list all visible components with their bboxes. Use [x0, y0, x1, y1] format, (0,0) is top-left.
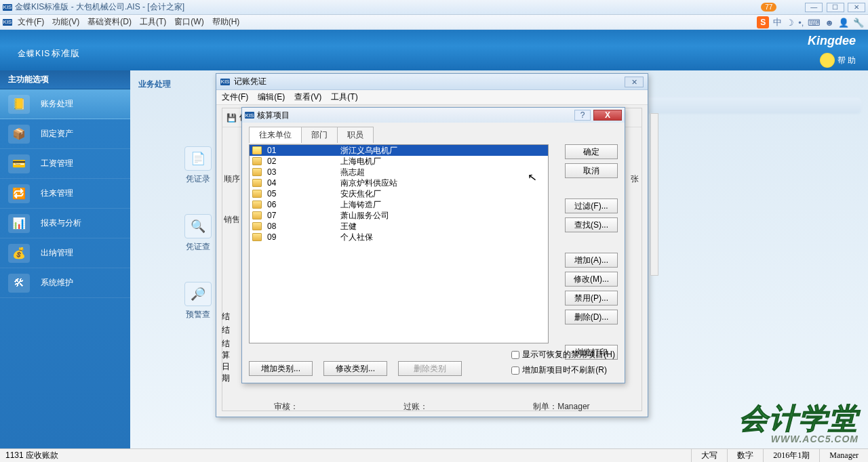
voucher-audit: 审核： — [274, 401, 298, 413]
shortcut-label: 凭证录 — [186, 173, 210, 185]
sogou-icon[interactable]: S — [757, 16, 769, 28]
delete-button[interactable]: 删除(D)... — [565, 310, 618, 324]
voucher-titlebar[interactable]: KIS 记账凭证 ✕ — [216, 74, 648, 90]
row-code: 06 — [267, 200, 335, 209]
list-row[interactable]: 05安庆焦化厂 — [250, 188, 548, 199]
category-buttons: 增加类别... 修改类别... 删除类别 — [249, 361, 462, 376]
menu-tools[interactable]: 工具(T) — [140, 16, 166, 28]
add-category-button[interactable]: 增加类别... — [249, 361, 313, 376]
ime-keyboard-icon[interactable]: ⌨ — [808, 18, 821, 28]
check-no-refresh-box[interactable] — [511, 366, 519, 375]
sidebar-item-6[interactable]: 🛠系统维护 — [0, 268, 130, 298]
tab-employee[interactable]: 职员 — [337, 127, 374, 143]
status-bar: 1131 应收账款 大写 数字 2016年1期 Manager — [0, 448, 868, 462]
ime-face-icon[interactable]: ☻ — [825, 18, 834, 28]
menu-basedata[interactable]: 基础资料(D) — [87, 16, 132, 28]
shortcut-1[interactable]: 🔍凭证查 — [184, 214, 212, 253]
modify-button[interactable]: 修改(M)... — [565, 272, 618, 287]
voucher-close-button[interactable]: ✕ — [625, 77, 644, 87]
sidebar-icon: 📒 — [8, 95, 30, 114]
menu-help[interactable]: 帮助(H) — [212, 16, 240, 28]
find-button[interactable]: 查找(S)... — [565, 217, 618, 232]
list-row[interactable]: 01浙江义乌电机厂 — [250, 145, 548, 156]
header-band: 金蝶KIS标准版 Kingdee 帮 助 — [0, 30, 868, 70]
list-row[interactable]: 02上海电机厂 — [250, 156, 548, 167]
voucher-post: 过账： — [403, 401, 428, 413]
status-num: 数字 — [727, 449, 763, 462]
voucher-menu-file[interactable]: 文件(F) — [222, 91, 248, 103]
modify-category-button[interactable]: 修改类别... — [323, 361, 387, 376]
sidebar-item-4[interactable]: 📊报表与分析 — [0, 209, 130, 238]
voucher-menu-tools[interactable]: 工具(T) — [331, 91, 357, 103]
row-name: 上海电机厂 — [340, 156, 381, 167]
folder-icon — [252, 168, 262, 176]
ime-lang-icon[interactable]: 中 — [773, 16, 782, 28]
voucher-order-label: 顺序 — [224, 173, 240, 185]
check-no-refresh[interactable]: 增加新项目时不刷新(R) — [511, 364, 615, 376]
list-row[interactable]: 04南京炉料供应站 — [250, 177, 548, 188]
voucher-scroll-track[interactable] — [650, 113, 658, 276]
voucher-menu-view[interactable]: 查看(V) — [294, 91, 321, 103]
shortcut-2[interactable]: 🔎预警查 — [184, 282, 212, 320]
add-button[interactable]: 增加(A)... — [565, 253, 618, 268]
list-row[interactable]: 08王健 — [250, 221, 548, 232]
list-row[interactable]: 06上海铸造厂 — [250, 199, 548, 210]
voucher-label-3: 结算日期 — [222, 338, 230, 384]
row-code: 04 — [267, 178, 335, 188]
sidebar-item-2[interactable]: 💳工资管理 — [0, 149, 130, 179]
menu-file[interactable]: 文件(F) — [18, 16, 44, 28]
logo-sub: 标准版 — [52, 48, 80, 58]
status-user: Manager — [819, 449, 868, 462]
disable-button[interactable]: 禁用(P)... — [565, 291, 618, 306]
sidebar-label: 系统维护 — [41, 277, 73, 289]
item-close-button[interactable]: X — [593, 110, 622, 121]
ime-moon-icon[interactable]: ☽ — [786, 18, 794, 28]
list-row[interactable]: 03燕志超 — [250, 167, 548, 177]
sidebar-item-3[interactable]: 🔁往来管理 — [0, 179, 130, 209]
item-titlebar[interactable]: KIS 核算项目 ? X — [242, 108, 625, 123]
notify-badge[interactable]: 77 — [761, 3, 776, 12]
maximize-button[interactable]: ☐ — [827, 3, 844, 12]
voucher-menubar: 文件(F) 编辑(E) 查看(V) 工具(T) — [216, 90, 648, 105]
item-listbox[interactable]: 01浙江义乌电机厂02上海电机厂03燕志超04南京炉料供应站05安庆焦化厂06上… — [249, 144, 549, 343]
filter-button[interactable]: 过滤(F)... — [565, 198, 618, 213]
shortcut-0[interactable]: 📄凭证录 — [184, 146, 212, 185]
row-code: 05 — [267, 189, 335, 198]
folder-icon — [252, 211, 262, 219]
row-code: 08 — [267, 222, 335, 231]
check-show-disabled-box[interactable] — [511, 351, 519, 359]
row-name: 南京炉料供应站 — [340, 177, 397, 189]
sidebar-item-0[interactable]: 📒账务处理 — [0, 89, 130, 119]
row-name: 安庆焦化厂 — [340, 188, 381, 200]
tab-department[interactable]: 部门 — [301, 127, 338, 143]
window-title: 金蝶KIS标准版 - 大包机械公司.AIS - [会计之家] — [15, 1, 184, 13]
tab-company[interactable]: 往来单位 — [249, 127, 302, 143]
ime-wrench-icon[interactable]: 🔧 — [853, 18, 864, 28]
window-controls: — ☐ ✕ — [804, 2, 865, 12]
item-help-button[interactable]: ? — [574, 110, 591, 121]
delete-category-button[interactable]: 删除类别 — [398, 361, 462, 376]
row-name: 浙江义乌电机厂 — [340, 145, 397, 156]
voucher-footer: 审核： 过账： 制单：Manager — [222, 401, 642, 413]
minimize-button[interactable]: — — [805, 3, 823, 12]
menu-function[interactable]: 功能(V) — [52, 16, 79, 28]
ime-punct-icon[interactable]: •, — [798, 18, 804, 28]
folder-icon — [252, 157, 262, 165]
sidebar-item-1[interactable]: 📦固定资产 — [0, 119, 130, 149]
help-link[interactable]: 帮 助 — [820, 53, 856, 68]
row-name: 燕志超 — [340, 167, 365, 178]
cancel-button[interactable]: 取消 — [565, 163, 618, 178]
ok-button[interactable]: 确定 — [565, 144, 618, 159]
close-button[interactable]: ✕ — [848, 3, 865, 12]
sidebar-icon: 📦 — [8, 125, 30, 144]
watermark: 会计学堂 WWW.ACC5.COM — [739, 400, 859, 444]
status-period: 2016年1期 — [763, 449, 819, 462]
sidebar-item-5[interactable]: 💰出纳管理 — [0, 238, 130, 268]
voucher-menu-edit[interactable]: 编辑(E) — [258, 91, 285, 103]
list-row[interactable]: 07萧山服务公司 — [250, 210, 548, 221]
ime-person-icon[interactable]: 👤 — [838, 18, 849, 28]
menu-window[interactable]: 窗口(W) — [174, 16, 203, 28]
check-show-disabled[interactable]: 显示可恢复的禁用项目(H) — [511, 349, 615, 360]
list-row[interactable]: 09个人社保 — [250, 232, 548, 243]
folder-icon — [252, 222, 262, 230]
